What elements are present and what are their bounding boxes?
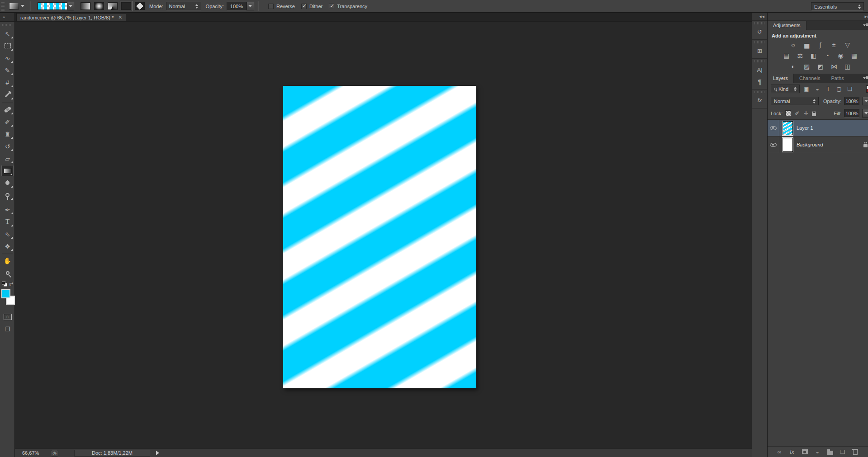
pen-tool[interactable]: ✒ bbox=[1, 204, 14, 215]
delete-layer-button[interactable] bbox=[852, 448, 859, 456]
status-page-icon[interactable]: ◷ bbox=[51, 450, 58, 457]
eraser-tool[interactable]: ▱ bbox=[1, 153, 14, 164]
radial-gradient-button[interactable] bbox=[94, 2, 104, 10]
brush-tool[interactable]: ✐ bbox=[1, 116, 14, 127]
opacity-field[interactable]: 100% bbox=[227, 2, 247, 10]
gradient-tool-selected[interactable] bbox=[1, 165, 14, 176]
visibility-cell[interactable] bbox=[768, 137, 779, 153]
workspace-switcher[interactable]: Essentials bbox=[811, 2, 864, 11]
zoom-level-field[interactable]: 66,67% bbox=[19, 450, 47, 457]
tab-layers[interactable]: Layers bbox=[768, 74, 794, 83]
blend-mode-dropdown[interactable]: Normal bbox=[166, 2, 201, 10]
styles-panel-button[interactable]: fx bbox=[752, 94, 768, 106]
link-layers-button[interactable]: ∞ bbox=[776, 448, 783, 456]
diamond-gradient-button[interactable] bbox=[135, 2, 145, 10]
lock-all-icon[interactable] bbox=[812, 113, 816, 116]
lock-position-icon[interactable]: ✛ bbox=[803, 110, 809, 117]
document-area[interactable]: 66,67% ◷ Doc: 1,83M/1,22M bbox=[15, 22, 752, 457]
filter-adjustment-button[interactable]: ◒ bbox=[813, 85, 821, 93]
new-adjustment-layer-button[interactable]: ◒ bbox=[814, 448, 821, 456]
foreground-color-swatch[interactable] bbox=[1, 289, 10, 298]
panel-collapse-button[interactable]: ▶▶ bbox=[768, 13, 868, 21]
gradient-map-icon[interactable]: ⋈ bbox=[830, 63, 838, 70]
panel-menu-icon[interactable] bbox=[864, 24, 868, 28]
healing-brush-tool[interactable] bbox=[1, 104, 14, 115]
layer-list-empty-area[interactable] bbox=[768, 153, 868, 447]
tab-paths[interactable]: Paths bbox=[826, 74, 849, 83]
exposure-icon[interactable]: ± bbox=[830, 41, 838, 48]
transparency-checkbox[interactable] bbox=[329, 4, 334, 9]
strip-collapse-button[interactable]: ◀◀ bbox=[752, 13, 767, 21]
angle-gradient-button[interactable] bbox=[108, 2, 118, 10]
dither-checkbox[interactable] bbox=[301, 4, 307, 9]
reverse-checkbox-row[interactable]: Reverse bbox=[268, 4, 295, 9]
fill-dropdown-button[interactable] bbox=[862, 109, 868, 118]
gradient-picker-button[interactable] bbox=[67, 2, 74, 10]
history-brush-tool[interactable]: ↺ bbox=[1, 141, 14, 152]
type-tool[interactable]: T bbox=[1, 216, 14, 227]
clone-stamp-tool[interactable]: ♜ bbox=[1, 128, 14, 140]
layer-style-button[interactable]: fx bbox=[788, 448, 796, 456]
vibrance-icon[interactable]: ▽ bbox=[843, 41, 852, 48]
linear-gradient-button[interactable] bbox=[81, 2, 90, 10]
layer-row-layer1[interactable]: Layer 1 bbox=[768, 120, 868, 137]
hand-tool[interactable]: ✋ bbox=[1, 255, 14, 266]
gradient-preview[interactable] bbox=[38, 2, 67, 10]
visibility-cell[interactable] bbox=[768, 120, 779, 136]
transparency-checkbox-row[interactable]: Transparency bbox=[329, 4, 367, 9]
background-thumbnail[interactable] bbox=[783, 138, 793, 152]
panel-gripper[interactable] bbox=[754, 41, 764, 43]
hue-saturation-icon[interactable]: ▤ bbox=[782, 52, 791, 59]
path-selection-tool[interactable]: ⇖ bbox=[1, 228, 14, 240]
status-options-arrow-icon[interactable] bbox=[156, 451, 159, 455]
tab-channels[interactable]: Channels bbox=[794, 74, 825, 83]
invert-icon[interactable]: ◐ bbox=[789, 63, 797, 70]
swap-colors-icon[interactable]: ⇄ bbox=[9, 281, 13, 287]
layer-name[interactable]: Background bbox=[797, 142, 823, 147]
color-balance-icon[interactable]: ⚖ bbox=[796, 52, 804, 59]
new-layer-button[interactable]: ❏ bbox=[839, 448, 846, 456]
layer-row-background[interactable]: Background bbox=[768, 137, 868, 153]
levels-icon[interactable]: ▅ bbox=[802, 41, 811, 48]
add-layer-mask-button[interactable] bbox=[801, 448, 808, 456]
canvas-image[interactable] bbox=[283, 86, 476, 388]
color-lookup-icon[interactable]: ▦ bbox=[850, 52, 859, 59]
custom-shape-tool[interactable]: ❖ bbox=[1, 240, 14, 252]
selective-color-icon[interactable]: ◫ bbox=[843, 63, 852, 70]
layer-name[interactable]: Layer 1 bbox=[797, 125, 813, 131]
lasso-tool[interactable]: ∿ bbox=[1, 52, 14, 64]
filter-shape-button[interactable]: ▢ bbox=[835, 85, 843, 93]
move-tool[interactable]: ↖ bbox=[1, 28, 14, 39]
posterize-icon[interactable]: ▨ bbox=[802, 63, 811, 70]
quick-mask-button[interactable]: ◌ bbox=[1, 311, 14, 322]
screen-mode-button[interactable]: ❐ bbox=[1, 324, 14, 335]
toolbar-gripper[interactable] bbox=[2, 24, 12, 26]
fill-field[interactable]: 100% bbox=[844, 109, 859, 118]
layer1-thumbnail[interactable] bbox=[783, 121, 793, 135]
eye-icon[interactable] bbox=[770, 126, 777, 130]
crop-tool[interactable]: # bbox=[1, 77, 14, 88]
properties-panel-button[interactable]: ⊞ bbox=[752, 45, 768, 57]
options-bar-gripper[interactable] bbox=[1, 2, 5, 11]
black-white-icon[interactable]: ◧ bbox=[809, 52, 818, 59]
marquee-tool[interactable] bbox=[1, 40, 14, 52]
eyedropper-tool[interactable] bbox=[1, 89, 14, 100]
panel-gripper[interactable] bbox=[754, 91, 764, 93]
dodge-tool[interactable] bbox=[1, 189, 14, 201]
opacity-dropdown-button[interactable] bbox=[247, 2, 254, 10]
history-panel-button[interactable]: ↺ bbox=[752, 26, 768, 38]
filter-kind-dropdown[interactable]: Kind bbox=[771, 85, 800, 93]
reverse-checkbox[interactable] bbox=[268, 4, 274, 9]
eye-icon[interactable] bbox=[770, 143, 777, 147]
panel-gripper[interactable] bbox=[754, 60, 764, 62]
channel-mixer-icon[interactable]: ◉ bbox=[836, 52, 845, 59]
gradient-editor-control[interactable] bbox=[38, 2, 74, 10]
filter-image-button[interactable]: ▣ bbox=[802, 85, 811, 93]
photo-filter-icon[interactable]: ◔ bbox=[823, 52, 831, 59]
panel-gripper[interactable] bbox=[754, 22, 764, 24]
zoom-tool[interactable] bbox=[1, 267, 14, 278]
dither-checkbox-row[interactable]: Dither bbox=[301, 4, 323, 9]
close-tab-icon[interactable]: ✕ bbox=[118, 14, 122, 20]
brightness-contrast-icon[interactable]: ☼ bbox=[789, 41, 797, 48]
lock-pixels-icon[interactable]: ✐ bbox=[794, 110, 800, 117]
